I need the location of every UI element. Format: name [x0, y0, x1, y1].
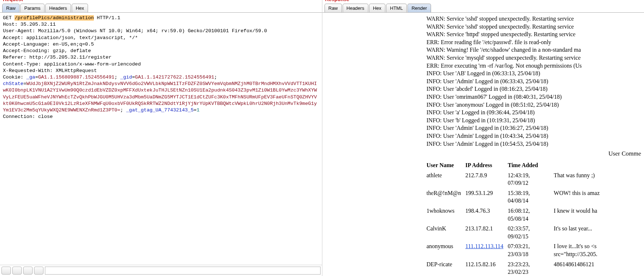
table-header: IP Address [465, 160, 508, 170]
table-row: CalvinK213.17.82.102:33:57, 09/02/15It's… [427, 224, 641, 241]
log-line: WARN: Service 'sshd' stopped unexpectedl… [427, 15, 641, 23]
log-line: WARN: Service 'httpd' stopped unexpected… [427, 30, 641, 38]
log-line: WARN: Warning! File '/etc/shadow' change… [427, 46, 641, 54]
table-row: athlete212.7.8.912:43:19, 07/09/12That w… [427, 170, 641, 188]
cell-username: theR@!nM@n [427, 188, 465, 206]
cell-username: athlete [427, 170, 465, 188]
footer-button-2[interactable] [12, 267, 22, 275]
cell-comment: 48614861486121 [554, 259, 641, 276]
tab-html[interactable]: HTML [386, 4, 407, 12]
request-raw-content[interactable]: GET /profilePics/administration HTTP/1.1… [0, 13, 322, 265]
log-line: INFO: User 'AB' Logged in (06:33:13, 25/… [427, 69, 641, 77]
footer-button-4[interactable] [34, 267, 43, 275]
tab-headers[interactable]: Headers [45, 4, 71, 12]
tab-render[interactable]: Render [407, 4, 431, 12]
log-line: INFO: User 'Admin' Logged in (10:36:27, … [427, 124, 641, 132]
cell-username: anonymous [427, 241, 465, 259]
cell-comment: I love it...It's so <s src="http://35.20… [554, 241, 641, 259]
log-line: INFO: User 'Admin' Logged in (10:54:53, … [427, 140, 641, 148]
footer-button-1[interactable] [1, 267, 11, 275]
tab-headers[interactable]: Headers [343, 4, 368, 12]
cell-comment: It's so last year... [554, 224, 641, 241]
cell-ip: 111.112.113.114 [465, 241, 508, 259]
cell-time: 07:03:21, 23/03/18 [508, 241, 554, 259]
cell-comment: I knew it would ha [554, 206, 641, 224]
cell-ip: 198.4.76.3 [465, 206, 508, 224]
tab-hex[interactable]: Hex [72, 4, 88, 12]
log-line: ERR: Error reading file '/etc/passwd'. f… [427, 38, 641, 46]
cell-username: CalvinK [427, 224, 465, 241]
tab-hex[interactable]: Hex [369, 4, 385, 12]
log-line: INFO: User 'a' Logged in (09:36:44, 25/0… [427, 109, 641, 116]
response-tabs: RawHeadersHexHTMLRender [322, 4, 644, 13]
cell-time: 02:33:57, 09/02/15 [508, 224, 554, 241]
cell-time: 15:38:19, 04/08/14 [508, 188, 554, 206]
log-line: INFO: User 'b' Logged in (10:19:31, 25/0… [427, 116, 641, 124]
log-line: INFO: User 'anonymous' Logged in (08:51:… [427, 101, 641, 109]
cell-ip: 213.17.82.1 [465, 224, 508, 241]
log-line: WARN: Service 'sshd' stopped unexpectedl… [427, 23, 641, 31]
cell-comment: That was funny ;) [554, 170, 641, 188]
cell-ip: 112.15.82.16 [465, 259, 508, 276]
table-row: DEP-ricate112.15.82.1623:23:23, 23/02/23… [427, 259, 641, 276]
footer-button-3[interactable] [23, 267, 33, 275]
response-panel: Response RawHeadersHexHTMLRender WARN: S… [322, 0, 644, 276]
response-title: Response [322, 0, 644, 4]
table-row: 1whoknows198.4.76.316:08:12, 05/08/14I k… [427, 206, 641, 224]
cell-ip: 199.53.1.29 [465, 188, 508, 206]
table-header [554, 160, 641, 170]
table-header: Time Added [508, 160, 554, 170]
tab-params[interactable]: Params [20, 4, 45, 12]
search-input[interactable] [45, 267, 321, 275]
request-title: Request [0, 0, 322, 4]
users-table: User NameIP AddressTime Addedathlete212.… [427, 160, 641, 276]
log-line: INFO: User 'Admin' Logged in (10:43:34, … [427, 132, 641, 140]
log-line: INFO: User 'omriman067' Logged in (08:40… [427, 93, 641, 101]
table-header: User Name [427, 160, 465, 170]
log-line: ERR: Error executing 'rm -rf /var/log. N… [427, 62, 641, 70]
request-panel: Request RawParamsHeadersHex GET /profile… [0, 0, 322, 276]
cell-time: 12:43:19, 07/09/12 [508, 170, 554, 188]
ip-link[interactable]: 111.112.113.114 [465, 243, 503, 249]
table-row: theR@!nM@n199.53.1.2915:38:19, 04/08/14W… [427, 188, 641, 206]
tab-raw[interactable]: Raw [2, 4, 20, 12]
request-tabs: RawParamsHeadersHex [0, 4, 322, 13]
cell-time: 23:23:23, 23/02/23 [508, 259, 554, 276]
request-footer [0, 265, 322, 276]
log-line: INFO: User 'Admin' Logged in (06:33:43, … [427, 77, 641, 85]
cell-comment: WOW! this is amaz [554, 188, 641, 206]
response-render-content[interactable]: WARN: Service 'sshd' stopped unexpectedl… [322, 13, 644, 276]
table-row: anonymous111.112.113.11407:03:21, 23/03/… [427, 241, 641, 259]
cell-username: DEP-ricate [427, 259, 465, 276]
cell-username: 1whoknows [427, 206, 465, 224]
tab-raw[interactable]: Raw [325, 4, 342, 12]
log-line: WARN: Service 'mysqld' stopped unexpecte… [427, 54, 641, 62]
cell-time: 16:08:12, 05/08/14 [508, 206, 554, 224]
cell-ip: 212.7.8.9 [465, 170, 508, 188]
user-comments-heading: User Comme [427, 150, 641, 158]
log-line: INFO: User 'abcdef' Logged in (08:16:23,… [427, 85, 641, 93]
